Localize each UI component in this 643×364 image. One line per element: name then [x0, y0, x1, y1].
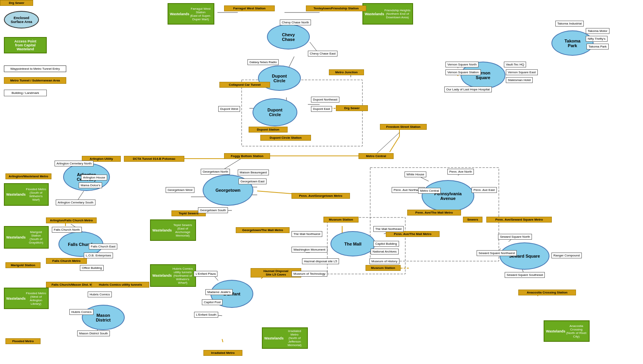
building-vernon-station: Vernon Square Station: [445, 69, 481, 75]
metro-penn-mall1: Penn. Ave/The Mall Metro: [407, 210, 461, 216]
wasteland-anacostia: WastelandsAnacostia Crossing(North of Ri…: [544, 320, 590, 342]
building-georgetown-north: Georgetown North: [201, 169, 230, 175]
metro-penn-seward: Penn. Ave/Seward Square Metro: [486, 217, 552, 223]
building-capitol-post: Capitol Post: [202, 299, 223, 305]
building-dupont-northeast: Dupont Northeast: [311, 97, 339, 102]
metro-georgetown-mall: Georgetown/The Mall Metro: [236, 227, 290, 233]
building-ranger-compound: Ranger Compound: [551, 253, 582, 258]
metro-museum-station: Museum Station: [323, 217, 359, 223]
legend-building-label: Building / Landmark: [4, 90, 47, 96]
building-arlington-south: Arlington Cemetary South: [56, 200, 95, 205]
building-arlington-north: Arlington Cemetary North: [55, 161, 94, 166]
building-takoma-motor: Takoma Motor: [586, 28, 609, 34]
metro-arlington-wasteland2: Arlington/Wasteland Metro: [5, 173, 51, 179]
building-nifty: Nifty Thrifty's: [586, 36, 608, 42]
metro-drg-sewer: Drg Sewer: [0, 0, 33, 6]
building-falls-church-east: Falls Church East: [89, 244, 117, 249]
building-hazmat-ls: Hazmat disposal site L5: [302, 258, 339, 264]
svg-line-21: [390, 136, 399, 152]
building-museum-history: Museum of History: [369, 258, 399, 264]
building-seward-north: Seward Square North: [498, 234, 532, 240]
building-mall-northwest: The Mall Northwest: [291, 231, 322, 237]
building-penn-north: Penn. Ave North: [447, 169, 474, 175]
building-georgetown-south: Georgetown South: [198, 207, 228, 213]
wasteland-flooded-metro2: WastelandsFlooded Metro(West of Arlingto…: [4, 288, 49, 309]
building-vernon-east: Vernon Square East: [506, 69, 538, 75]
svg-line-48: [421, 177, 429, 181]
legend-waypoint-box: Waypointnext to Metro Tunnel Entry: [4, 65, 66, 72]
building-madame: Madame Jealle's: [205, 289, 233, 295]
building-chevy-chase-east: Chevy Chase East: [308, 51, 337, 57]
legend-wasteland-box: Access Pointfrom Capital Wasteland: [4, 37, 47, 53]
metro-anacostia-station: Anacostia Crossing Station: [518, 290, 576, 295]
legend-building-box: Building / Landmark: [4, 90, 47, 96]
building-dupont-east: Dupont East: [311, 106, 332, 112]
metro-flooded: Flooded Metro: [5, 338, 41, 344]
wasteland-irradiated: WastelandsIrradiated Metro(North of Jeff…: [262, 327, 308, 349]
map-container: EnclosedSurface Area Access Pointfrom Ca…: [0, 0, 643, 364]
building-mama-dolces: Mama Dolce's: [79, 182, 102, 188]
building-mall-northeast: The Mall Northeast: [373, 226, 404, 232]
wasteland-hubris: WastelandsHubris Comics utility tunnels(…: [150, 264, 196, 287]
metro-dupont-station: Dupont Station: [249, 127, 288, 133]
building-maison-beauregard: Maison Beauregard: [238, 170, 269, 175]
metro-central: Metro Central: [359, 153, 394, 159]
metro-tenleytown: Tenleytown/Friendship Station: [306, 5, 366, 11]
wasteland-flooded-metro: WastelandsFlooded Metro(South of Wilhelm…: [4, 183, 49, 206]
building-metro-central-node: Metro Central: [418, 188, 441, 194]
metro-penn-mall2: Penn. Ave/The Mall Metro: [386, 231, 440, 237]
metro-irradiated: Irradiated Metro: [203, 350, 242, 356]
node-chevy-chase: ChevyChase: [267, 24, 310, 49]
legend-enclosed-box: EnclosedSurface Area: [4, 11, 39, 28]
building-our-lady: Our Lady of Last Hope Hospital: [444, 87, 492, 92]
building-lob: L.O.B. Enterprises: [84, 253, 113, 258]
wasteland-farragut: WastelandsFarragut West Station(East of …: [168, 3, 214, 25]
node-takoma-park: TakomaPark: [551, 30, 594, 56]
building-georgetown-west: Georgetown West: [166, 187, 194, 193]
node-seward-square: Seward Square: [500, 242, 549, 270]
building-national-archives: National Archives: [371, 249, 399, 254]
metro-freedom-street: Freedom Street Station: [380, 124, 427, 130]
node-pennsylvania-avenue: PennsylvaniaAvenue: [422, 180, 474, 212]
building-capitol: Capitol Building: [373, 241, 399, 247]
node-the-mall: The Mall: [330, 231, 375, 256]
building-dupont-west: Dupont West: [218, 106, 240, 112]
metro-foggy-bottom: Foggy Bottom Station: [224, 153, 270, 159]
metro-penn-georgetown: Penn. Ave/Georgetown Metro: [291, 193, 350, 199]
metro-museum-station2: Museum Station: [366, 265, 401, 271]
metro-collapsed-car: Collapsed Car Tunnel: [219, 82, 270, 88]
legend-access-label: Access Pointfrom Capital Wasteland: [4, 37, 47, 53]
building-georgetown-east: Georgetown East: [238, 178, 267, 184]
wasteland-friendship: WastelandsFriendship Heights(Northern En…: [362, 3, 413, 25]
building-vault-tec: Vault-Tec HQ: [504, 62, 526, 67]
building-hubris-comics2: Hubris Comics: [88, 292, 112, 297]
building-penn-east: Penn. Ave East: [472, 187, 497, 193]
legend-enclosed-label: EnclosedSurface Area: [4, 11, 39, 28]
metro-dcta: DCTA Tunnel 014-B Potomac: [124, 156, 184, 162]
metro-junction: Metro Junction: [329, 69, 364, 75]
building-washington-monument: Washington Monument: [291, 247, 327, 253]
metro-dupont-circle-station: Dupont Circle Station: [260, 135, 311, 141]
metro-drg-sewer2: Drg Sewer: [336, 105, 368, 111]
building-lenfant-south: L'Enfant South: [194, 312, 218, 318]
building-takoma-industrial: Takoma Industrial: [555, 21, 584, 27]
metro-marigold-station: Marigold Station: [5, 262, 41, 268]
building-museum-tech: Museum of Technology: [291, 271, 327, 277]
svg-line-19: [374, 133, 399, 156]
building-galaxy-news: Galaxy News Radio: [247, 59, 279, 65]
metro-arlington-falls: Arlington/Falls Church Metro: [46, 217, 97, 223]
wasteland-marigold: WastelandsMarigold Station(South of Gray…: [4, 226, 49, 249]
building-chevy-chase-north: Chevy Chase North: [280, 19, 311, 25]
building-office: Office Building: [80, 265, 104, 271]
metro-sewers: Sewers: [463, 217, 482, 223]
metro-hubris-tunnels: Hubris Comics utility tunnels: [92, 282, 149, 288]
building-mason-south: Mason District South: [77, 330, 110, 336]
svg-line-72: [222, 339, 223, 342]
building-white-house: White House: [405, 171, 426, 177]
node-mason-district: MasonDistrict: [82, 305, 125, 330]
building-takoma-park: Takoma Park: [586, 44, 609, 49]
building-arlington-house: Arlington House: [81, 175, 107, 180]
legend-metro-box: Metro Tunnel / Subterranean Area: [4, 77, 66, 84]
metro-farragut-west: Farragut West Station: [224, 5, 275, 11]
building-hubris-comics: Hubris Comics: [69, 309, 94, 315]
